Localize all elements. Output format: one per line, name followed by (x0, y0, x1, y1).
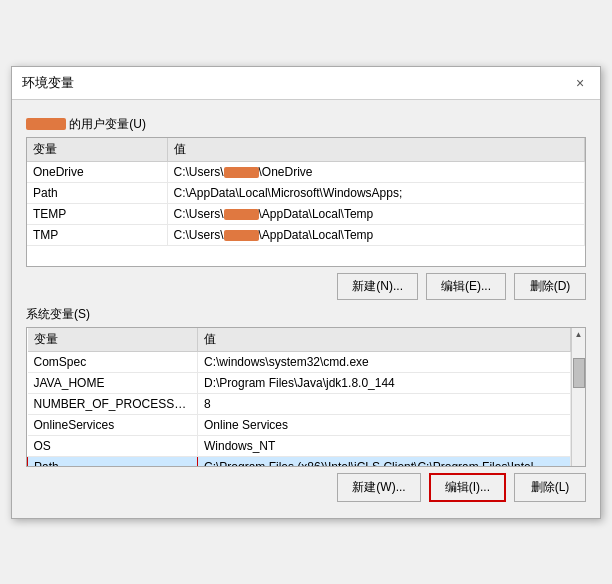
username-redacted (26, 118, 66, 130)
sys-new-button[interactable]: 新建(W)... (337, 473, 420, 502)
sys-row-val: 8 (198, 393, 571, 414)
sys-row-val: D:\Program Files\Java\jdk1.8.0_144 (198, 372, 571, 393)
table-row[interactable]: TMPC:\Users\ \AppData\Local\Temp (27, 224, 585, 245)
user-section-label: 的用户变量(U) (26, 116, 586, 133)
sys-delete-button[interactable]: 删除(L) (514, 473, 586, 502)
user-label-suffix: 的用户变量(U) (69, 117, 146, 131)
table-row[interactable]: PathC:\Program Files (x86)\Intel\iCLS Cl… (28, 456, 571, 467)
user-row-var: Path (27, 182, 167, 203)
sys-row-val: C:\windows\system32\cmd.exe (198, 351, 571, 372)
user-button-row: 新建(N)... 编辑(E)... 删除(D) (26, 273, 586, 300)
user-row-val: C:\Users\ \AppData\Local\Temp (167, 224, 585, 245)
table-row[interactable]: PathC:\AppData\Local\Microsoft\WindowsAp… (27, 182, 585, 203)
user-row-var: TEMP (27, 203, 167, 224)
sys-col-var: 变量 (28, 328, 198, 352)
sys-table-wrapper: 变量 值 ComSpecC:\windows\system32\cmd.exeJ… (27, 328, 585, 467)
user-edit-button[interactable]: 编辑(E)... (426, 273, 506, 300)
sys-section-label: 系统变量(S) (26, 306, 586, 323)
user-table-wrapper: 变量 值 OneDriveC:\Users\ \OneDrivePathC:\A… (27, 138, 585, 246)
user-new-button[interactable]: 新建(N)... (337, 273, 418, 300)
sys-col-val: 值 (198, 328, 571, 352)
sys-button-row: 新建(W)... 编辑(I)... 删除(L) (26, 473, 586, 502)
user-row-val: C:\AppData\Local\Microsoft\WindowsApps; (167, 182, 585, 203)
sys-row-val: Windows_NT (198, 435, 571, 456)
table-row[interactable]: TEMPC:\Users\ \AppData\Local\Temp (27, 203, 585, 224)
user-col-var: 变量 (27, 138, 167, 162)
table-row[interactable]: ComSpecC:\windows\system32\cmd.exe (28, 351, 571, 372)
sys-edit-button[interactable]: 编辑(I)... (429, 473, 506, 502)
main-content: 的用户变量(U) 变量 值 OneDriveC:\Users\ \OneDriv… (12, 100, 600, 518)
sys-scrollbar[interactable]: ▲ ▼ (571, 328, 585, 467)
title-bar: 环境变量 × (12, 67, 600, 100)
scroll-up-arrow[interactable]: ▲ (572, 328, 586, 342)
sys-row-val: Online Services (198, 414, 571, 435)
user-row-val: C:\Users\ \AppData\Local\Temp (167, 203, 585, 224)
sys-row-var: OS (28, 435, 198, 456)
user-table-container: 变量 值 OneDriveC:\Users\ \OneDrivePathC:\A… (26, 137, 586, 267)
window-title: 环境变量 (22, 74, 74, 92)
table-row[interactable]: OneDriveC:\Users\ \OneDrive (27, 161, 585, 182)
sys-variables-table: 变量 值 ComSpecC:\windows\system32\cmd.exeJ… (27, 328, 571, 467)
user-delete-button[interactable]: 删除(D) (514, 273, 586, 300)
environment-variables-window: 环境变量 × 的用户变量(U) 变量 值 OneDriveC:\Users\ \ (11, 66, 601, 519)
table-row[interactable]: JAVA_HOMED:\Program Files\Java\jdk1.8.0_… (28, 372, 571, 393)
sys-row-var: ComSpec (28, 351, 198, 372)
user-col-val: 值 (167, 138, 585, 162)
table-row[interactable]: OSWindows_NT (28, 435, 571, 456)
user-row-val: C:\Users\ \OneDrive (167, 161, 585, 182)
sys-row-var: Path (28, 456, 198, 467)
user-row-var: TMP (27, 224, 167, 245)
close-button[interactable]: × (570, 73, 590, 93)
sys-row-var: NUMBER_OF_PROCESSORS (28, 393, 198, 414)
table-row[interactable]: NUMBER_OF_PROCESSORS8 (28, 393, 571, 414)
sys-row-val: C:\Program Files (x86)\Intel\iCLS Client… (198, 456, 571, 467)
sys-row-var: JAVA_HOME (28, 372, 198, 393)
table-row[interactable]: OnlineServicesOnline Services (28, 414, 571, 435)
sys-table-container: 变量 值 ComSpecC:\windows\system32\cmd.exeJ… (26, 327, 586, 467)
scroll-thumb[interactable] (573, 358, 585, 388)
user-row-var: OneDrive (27, 161, 167, 182)
sys-row-var: OnlineServices (28, 414, 198, 435)
user-variables-table: 变量 值 OneDriveC:\Users\ \OneDrivePathC:\A… (27, 138, 585, 246)
